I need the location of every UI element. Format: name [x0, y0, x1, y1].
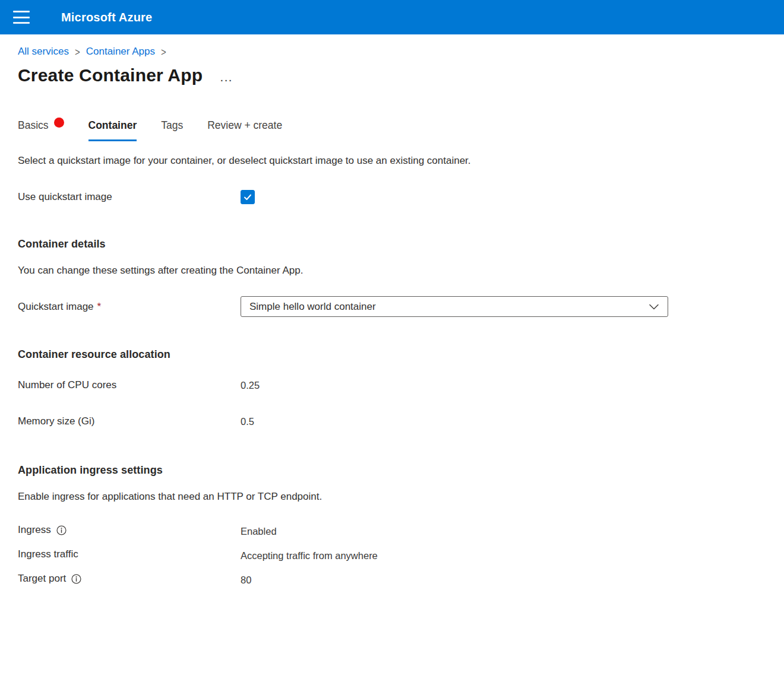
- target-port-value: 80: [241, 573, 766, 586]
- quickstart-image-label: Quickstart image *: [18, 301, 241, 313]
- intro-text: Select a quickstart image for your conta…: [18, 155, 766, 167]
- chevron-down-icon: [649, 303, 659, 310]
- page-title: Create Container App: [18, 65, 203, 85]
- title-row: Create Container App ...: [18, 65, 766, 85]
- tab-container[interactable]: Container: [88, 119, 137, 141]
- ingress-rows: Ingress Enabled Ingress traffic Acceptin…: [18, 524, 766, 597]
- wizard-tabs: Basics Container Tags Review + create: [18, 119, 766, 141]
- tab-review-create[interactable]: Review + create: [207, 119, 282, 141]
- tab-basics-label: Basics: [18, 119, 49, 132]
- info-icon[interactable]: [56, 525, 67, 535]
- tab-tags-label: Tags: [161, 119, 183, 132]
- resource-allocation-heading: Container resource allocation: [18, 348, 766, 361]
- cpu-cores-row: Number of CPU cores 0.25: [18, 379, 766, 391]
- breadcrumb: All services > Container Apps >: [18, 34, 766, 58]
- use-quickstart-image-checkbox[interactable]: [241, 190, 255, 204]
- quickstart-image-row: Quickstart image * Simple hello world co…: [18, 296, 766, 317]
- hamburger-menu-icon[interactable]: [13, 11, 30, 24]
- ingress-label-text: Ingress: [18, 524, 51, 536]
- quickstart-image-select[interactable]: Simple hello world container: [241, 296, 668, 317]
- target-port-label: Target port: [18, 573, 241, 585]
- cpu-cores-label: Number of CPU cores: [18, 379, 241, 391]
- azure-brand-title[interactable]: Microsoft Azure: [61, 11, 152, 24]
- target-port-label-text: Target port: [18, 573, 66, 585]
- memory-size-row: Memory size (Gi) 0.5: [18, 415, 766, 427]
- tab-basics[interactable]: Basics: [18, 119, 64, 141]
- tab-container-label: Container: [88, 119, 137, 132]
- more-menu-icon[interactable]: ...: [220, 74, 233, 83]
- basics-error-dot-icon: [54, 118, 64, 128]
- ingress-traffic-value: Accepting traffic from anywhere: [241, 548, 766, 561]
- container-details-heading: Container details: [18, 238, 766, 250]
- ingress-traffic-label: Ingress traffic: [18, 548, 241, 560]
- quickstart-image-label-text: Quickstart image: [18, 301, 94, 313]
- tab-review-create-label: Review + create: [207, 119, 282, 132]
- checkmark-icon: [243, 192, 252, 202]
- use-quickstart-image-label: Use quickstart image: [18, 191, 241, 203]
- tab-tags[interactable]: Tags: [161, 119, 183, 141]
- breadcrumb-link-all-services[interactable]: All services: [18, 46, 69, 58]
- ingress-traffic-row: Ingress traffic Accepting traffic from a…: [18, 548, 766, 573]
- chevron-right-icon: >: [75, 45, 80, 58]
- ingress-label: Ingress: [18, 524, 241, 536]
- create-container-app-page: All services > Container Apps > Create C…: [0, 34, 784, 597]
- use-quickstart-image-row: Use quickstart image: [18, 190, 766, 204]
- breadcrumb-link-container-apps[interactable]: Container Apps: [86, 46, 155, 58]
- ingress-settings-heading: Application ingress settings: [18, 464, 766, 477]
- required-asterisk: *: [97, 301, 102, 313]
- cpu-cores-value: 0.25: [241, 380, 766, 391]
- ingress-settings-description: Enable ingress for applications that nee…: [18, 491, 766, 503]
- info-icon[interactable]: [71, 574, 81, 584]
- ingress-value: Enabled: [241, 524, 766, 537]
- target-port-row: Target port 80: [18, 573, 766, 597]
- ingress-row: Ingress Enabled: [18, 524, 766, 548]
- chevron-right-icon: >: [161, 45, 166, 58]
- quickstart-image-selected-value: Simple hello world container: [249, 301, 376, 313]
- memory-size-value: 0.5: [241, 416, 766, 427]
- memory-size-label: Memory size (Gi): [18, 415, 241, 427]
- container-details-description: You can change these settings after crea…: [18, 265, 766, 277]
- top-bar: Microsoft Azure: [0, 0, 784, 34]
